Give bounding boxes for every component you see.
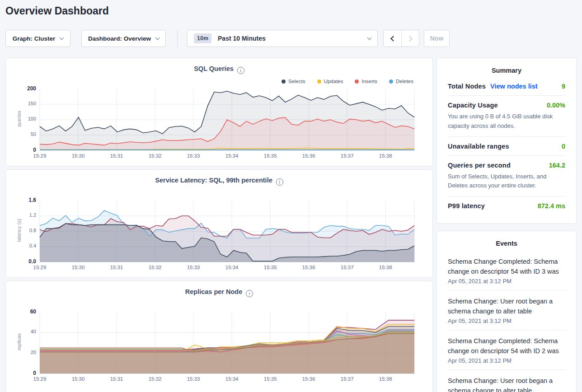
x-axis-tick: 15:35 [260,153,281,159]
y-axis-tick: 20 [8,350,36,355]
chevron-left-icon [390,36,396,42]
y-axis-tick: 1.2 [8,212,36,218]
event-timestamp: Apr 05, 2021 at 3:12 PM [448,357,565,364]
now-button[interactable]: Now [424,30,450,47]
next-time-button[interactable] [401,30,419,47]
x-axis-tick: 15:37 [337,376,357,382]
summary-row-value: 9 [562,83,565,90]
event-message: Schema Change: User root began a schema … [448,296,565,316]
summary-row: Total NodesView nodes list9 [448,77,565,95]
chevron-down-icon [155,35,160,40]
y-axis-tick: 60 [8,308,36,315]
x-axis-tick: 15:30 [68,376,89,382]
replicas-per-node-chart-card: Replicas per Nodei 15:2915:3015:3115:321… [5,281,433,392]
time-range-label: Past 10 Minutes [218,35,266,42]
event-item: Schema Change Completed: Schema change o… [448,330,565,369]
event-message: Schema Change Completed: Schema change o… [448,257,565,276]
x-axis-tick: 15:33 [183,376,204,382]
time-range-picker[interactable]: 10m Past 10 Minutes [187,30,378,47]
x-axis-tick: 15:35 [260,376,281,382]
summary-row-description: You are using 0 B of 4.5 GiB usable disk… [448,112,565,131]
summary-row-label: P99 latency [448,202,485,210]
service-latency-chart-card: Service Latency: SQL, 99th percentilei 1… [5,169,433,278]
x-axis-tick: 15:29 [29,376,50,382]
chevron-right-icon [407,36,413,42]
x-axis-tick: 15:34 [221,376,242,382]
summary-row-value: 164.2 [549,162,565,169]
y-axis-tick: 50 [8,131,36,137]
time-step-control [383,30,419,47]
event-message: Schema Change Completed: Schema change o… [448,336,565,356]
events-card: Events Schema Change Completed: Schema c… [436,231,577,392]
chart-svg [40,201,414,262]
chart-plot-area[interactable]: 15:2915:3015:3115:3215:3315:3415:3515:36… [6,58,432,166]
summary-card: Summary Total NodesView nodes list9Capac… [436,58,577,224]
chart-plot-area[interactable]: 15:2915:3015:3115:3215:3315:3415:3515:36… [6,170,432,277]
x-axis-tick: 15:38 [375,376,396,382]
event-item: Schema Change: User root began a schema … [448,369,565,392]
y-axis-label: latency (s) [16,210,22,251]
x-axis-tick: 15:32 [145,376,165,382]
x-axis-tick: 15:31 [106,153,127,159]
x-axis-tick: 15:36 [298,376,319,382]
graph-dropdown-label: Graph: Cluster [13,35,56,42]
event-item: Schema Change: User root began a schema … [448,290,565,330]
time-range-badge: 10m [194,33,211,43]
x-axis-tick: 15:33 [183,153,204,159]
summary-row-value: 0 [562,143,565,150]
x-axis-tick: 15:37 [337,153,357,159]
graph-dropdown[interactable]: Graph: Cluster [5,30,70,47]
dashboard-dropdown[interactable]: Dashboard: Overview [81,30,166,47]
summary-row-label: Total Nodes [448,83,486,90]
x-axis-tick: 15:34 [221,153,242,159]
summary-row-description: Sum of Selects, Updates, Inserts, and De… [448,172,565,191]
x-axis-tick: 15:31 [106,376,127,382]
x-axis-tick: 15:38 [375,153,396,159]
events-title: Events [437,231,576,250]
summary-row-label: Unavailable ranges [448,143,509,150]
y-axis-tick: 0.8 [8,228,36,233]
summary-row-label: Queries per second [448,162,511,169]
summary-row: P99 latency872.4 ms [448,196,565,215]
y-axis-tick: 150 [8,101,36,106]
chart-svg [40,312,414,373]
x-axis-tick: 15:36 [298,265,319,270]
x-axis-tick: 15:29 [29,265,50,270]
sql-queries-chart-card: SQL Queriesi SelectsUpdatesInsertsDelete… [5,58,433,166]
dashboard-dropdown-label: Dashboard: Overview [88,35,151,42]
x-axis-tick: 15:34 [221,265,242,270]
x-axis-tick: 15:29 [29,153,50,159]
y-axis-tick: 1.6 [8,197,36,203]
x-axis-tick: 15:32 [145,153,165,159]
y-axis-tick: 0 [8,147,36,153]
y-axis-label: queries [16,98,22,139]
event-timestamp: Apr 05, 2021 at 3:12 PM [448,317,565,324]
toolbar-divider [177,30,178,47]
y-axis-tick: 0.0 [8,258,36,265]
summary-row-value: 0.00% [547,102,565,109]
summary-row: Queries per second164.2Sum of Selects, U… [448,155,565,196]
y-axis-tick: 40 [8,329,36,334]
y-axis-label: replicas [16,322,22,362]
x-axis-tick: 15:38 [375,265,396,270]
x-axis-tick: 15:32 [145,265,165,270]
chevron-down-icon [60,35,64,40]
x-axis-tick: 15:33 [183,265,204,270]
event-message: Schema Change: User root began a schema … [448,376,565,392]
summary-title: Summary [437,58,576,77]
x-axis-tick: 15:36 [298,153,319,159]
summary-row: Capacity Usage0.00%You are using 0 B of … [448,95,565,136]
prev-time-button[interactable] [384,30,401,47]
summary-row: Unavailable ranges0 [448,136,565,155]
x-axis-tick: 15:37 [337,265,357,270]
x-axis-tick: 15:30 [68,153,89,159]
y-axis-tick: 0.4 [8,243,36,248]
summary-row-label: Capacity Usage [448,102,498,109]
x-axis-tick: 15:31 [106,265,127,270]
view-nodes-list-link[interactable]: View nodes list [490,83,538,90]
chart-plot-area[interactable]: 15:2915:3015:3115:3215:3315:3415:3515:36… [6,281,432,392]
overview-dashboard-page: Overview Dashboard Graph: Cluster Dashbo… [0,0,582,392]
event-item: Schema Change Completed: Schema change o… [448,251,565,290]
y-axis-tick: 100 [8,116,36,121]
y-axis-tick: 0 [8,370,36,376]
